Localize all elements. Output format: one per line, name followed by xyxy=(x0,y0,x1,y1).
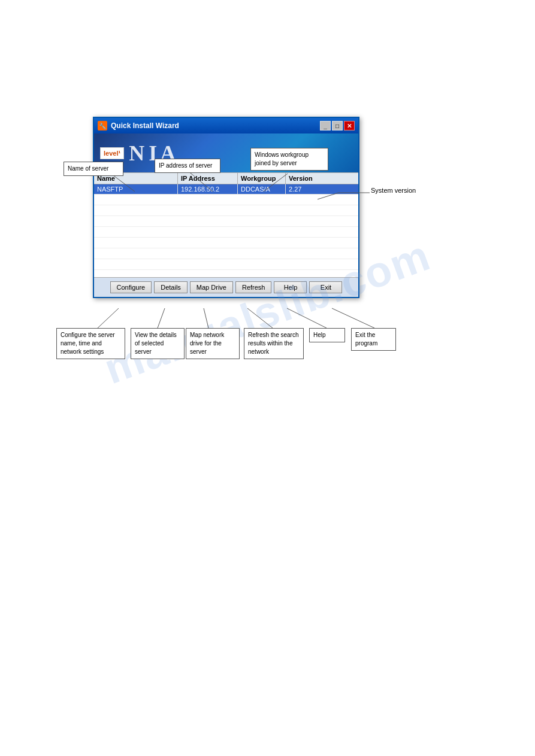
annotation-refresh: Refresh the search results within the ne… xyxy=(244,328,304,359)
quick-install-wizard: 🔧 Quick Install Wizard _ □ ✕ level¹ N I … xyxy=(93,117,359,298)
svg-line-5 xyxy=(98,308,119,328)
annotation-details: View the details of selected server xyxy=(131,328,185,359)
empty-row xyxy=(94,195,358,205)
buttons-bar: Configure Details Map Drive Refresh Help… xyxy=(94,277,358,297)
empty-row xyxy=(94,238,358,248)
col-workgroup: Workgroup xyxy=(238,173,286,184)
annotation-help: Help xyxy=(309,328,345,342)
title-bar: 🔧 Quick Install Wizard _ □ ✕ xyxy=(94,118,358,133)
annotation-configure: Configure the server name, time and netw… xyxy=(56,328,125,359)
annotation-map-drive: Map network drive for the server xyxy=(186,328,240,359)
configure-button[interactable]: Configure xyxy=(110,281,152,293)
col-version: Version xyxy=(286,173,358,184)
table-header: Name IP Address Workgroup Version xyxy=(94,173,358,184)
empty-row xyxy=(94,205,358,216)
annotation-exit: Exit the program xyxy=(351,328,396,351)
empty-row xyxy=(94,248,358,259)
window-icon: 🔧 xyxy=(98,121,107,130)
table-row[interactable]: NASFTP 192.168.50.2 DDCAS/A 2.27 xyxy=(94,184,358,195)
restore-button[interactable]: □ xyxy=(332,121,343,130)
svg-line-6 xyxy=(158,308,165,328)
annotation-workgroup: Windows workgroup joined by server xyxy=(250,148,328,171)
empty-row xyxy=(94,216,358,227)
close-button[interactable]: ✕ xyxy=(344,121,355,130)
map-drive-button[interactable]: Map Drive xyxy=(190,281,233,293)
svg-line-8 xyxy=(247,308,273,328)
cell-workgroup: DDCAS/A xyxy=(238,184,286,194)
col-ip: IP Address xyxy=(178,173,238,184)
exit-button[interactable]: Exit xyxy=(309,281,342,293)
empty-row xyxy=(94,227,358,238)
table-body: NASFTP 192.168.50.2 DDCAS/A 2.27 xyxy=(94,184,358,277)
level-logo: level¹ xyxy=(100,147,124,159)
cell-version: 2.27 xyxy=(286,184,358,194)
annotation-ip-address: IP address of server xyxy=(155,159,220,173)
window-title: Quick Install Wizard xyxy=(111,122,179,130)
svg-line-10 xyxy=(332,308,374,328)
annotation-server-name: Name of server xyxy=(64,162,123,176)
logo-text: level¹ xyxy=(104,150,120,157)
minimize-button[interactable]: _ xyxy=(320,121,331,130)
refresh-button[interactable]: Refresh xyxy=(235,281,272,293)
help-button[interactable]: Help xyxy=(274,281,307,293)
details-button[interactable]: Details xyxy=(154,281,188,293)
cell-ip: 192.168.50.2 xyxy=(178,184,238,194)
annotation-system-version: System version xyxy=(367,184,419,198)
empty-row xyxy=(94,259,358,270)
title-bar-left: 🔧 Quick Install Wizard xyxy=(98,121,179,130)
title-bar-buttons: _ □ ✕ xyxy=(320,121,355,130)
server-table: Name IP Address Workgroup Version NASFTP… xyxy=(94,172,358,277)
svg-line-9 xyxy=(287,308,327,328)
cell-name: NASFTP xyxy=(94,184,178,194)
svg-line-7 xyxy=(204,308,208,328)
